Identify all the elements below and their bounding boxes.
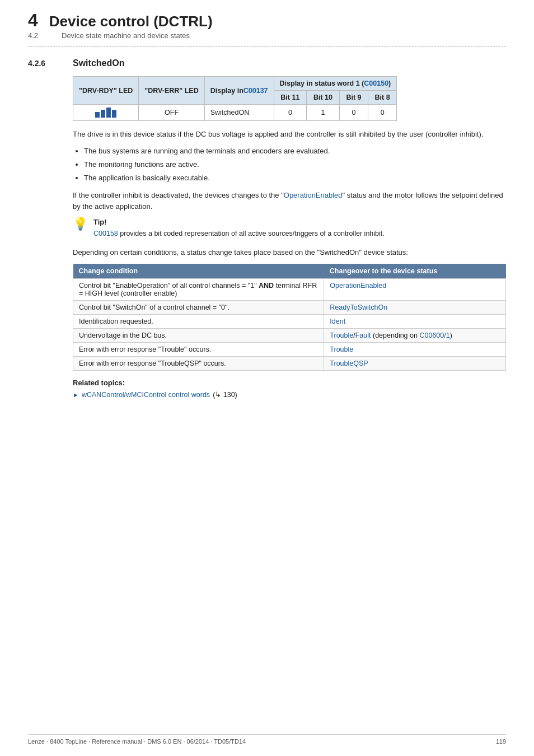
page-footer: Lenze · 8400 TopLine · Reference manual … <box>28 734 506 745</box>
td-bit10-val: 1 <box>307 105 340 121</box>
link-fault[interactable]: Fault <box>355 332 371 339</box>
th-bit8: Bit 8 <box>368 91 397 105</box>
td-condition-1: Control bit "EnableOperation" of all con… <box>73 279 324 301</box>
th-drv-err: "DRV-ERR" LED <box>139 77 204 105</box>
link-ident[interactable]: Ident <box>330 318 345 325</box>
link-operation-enabled[interactable]: OperationEnabled <box>284 191 343 199</box>
status-table: "DRV-RDY" LED "DRV-ERR" LED Display inC0… <box>73 76 397 121</box>
td-condition-3: Identification requested. <box>73 315 324 329</box>
link-trouble-qsp[interactable]: TroubleQSP <box>330 360 368 367</box>
link-c00158[interactable]: C00158 <box>93 230 118 237</box>
td-changeover-3: Ident <box>324 315 506 329</box>
led-bar-1 <box>95 112 100 118</box>
link-trouble[interactable]: Trouble <box>330 332 353 339</box>
status-table-wrapper: "DRV-RDY" LED "DRV-ERR" LED Display inC0… <box>73 76 506 121</box>
th-bit10: Bit 10 <box>307 91 340 105</box>
bold-and: AND <box>259 282 274 290</box>
list-item: The bus systems are running and the term… <box>84 146 506 157</box>
footer-page-number: 119 <box>496 738 506 745</box>
th-status-word: Display in status word 1 (C00150) <box>274 77 397 91</box>
link-trouble-2[interactable]: Trouble <box>330 346 353 353</box>
body-intro: The drive is in this device status if th… <box>73 129 506 140</box>
arrow-right-icon: ► <box>73 391 79 398</box>
th-drv-rdy: "DRV-RDY" LED <box>73 77 139 105</box>
change-table: Change condition Changeover to the devic… <box>73 264 506 371</box>
td-bit11-val: 0 <box>274 105 307 121</box>
td-changeover-2: ReadyToSwitchOn <box>324 301 506 315</box>
related-topics-title: Related topics: <box>73 379 506 387</box>
subchapter-line: 4.2 Device state machine and device stat… <box>28 31 506 40</box>
chapter-title: Device control (DCTRL) <box>49 13 213 30</box>
table-row: Control bit "EnableOperation" of all con… <box>73 279 506 301</box>
link-c00600[interactable]: C00600/1 <box>419 332 449 339</box>
tip-body-text: provides a bit coded representation of a… <box>118 230 385 237</box>
section-heading: 4.2.6 SwitchedOn <box>28 58 506 68</box>
td-condition-5: Error with error response "Trouble" occu… <box>73 343 324 357</box>
related-item-suffix: (↳ 130) <box>213 390 237 399</box>
bullet-list: The bus systems are running and the term… <box>84 146 506 184</box>
td-changeover-4: Trouble/Fault (depending on C00600/1) <box>324 329 506 343</box>
th-change-condition: Change condition <box>73 264 324 279</box>
th-bit9: Bit 9 <box>339 91 368 105</box>
td-changeover-5: Trouble <box>324 343 506 357</box>
section-divider <box>28 46 506 47</box>
th-bit11: Bit 11 <box>274 91 307 105</box>
td-changeover-6: TroubleQSP <box>324 357 506 371</box>
tip-content: Tip! C00158 provides a bit coded represe… <box>93 218 385 239</box>
led-bar-4 <box>112 110 116 118</box>
td-condition-6: Error with error response "TroubleQSP" o… <box>73 357 324 371</box>
chapter-number: 4 <box>28 11 38 29</box>
td-drv-rdy-led <box>73 105 139 121</box>
section-number: 4.2.6 <box>28 59 62 68</box>
led-bars-icon <box>79 108 133 118</box>
th-changeover: Changeover to the device status <box>324 264 506 279</box>
page-container: 4 Device control (DCTRL) 4.2 Device stat… <box>0 0 534 756</box>
chapter-header: 4 Device control (DCTRL) <box>28 11 506 30</box>
link-c00150[interactable]: C00150 <box>364 80 388 87</box>
table-row: Undervoltage in the DC bus. Trouble/Faul… <box>73 329 506 343</box>
tip-icon: 💡 <box>73 217 88 231</box>
td-drv-err-led: OFF <box>139 105 204 121</box>
controller-text-1: If the controller inhibit is deactivated… <box>73 191 284 199</box>
table-row: Error with error response "TroubleQSP" o… <box>73 357 506 371</box>
list-item: The application is basically executable. <box>84 172 506 184</box>
td-bit8-val: 0 <box>368 105 397 121</box>
tip-label: Tip! <box>93 218 385 226</box>
change-table-wrapper: Change condition Changeover to the devic… <box>73 264 506 371</box>
td-bit9-val: 0 <box>339 105 368 121</box>
th-display-c00137: Display inC00137 <box>204 77 274 105</box>
table-row: Error with error response "Trouble" occu… <box>73 343 506 357</box>
status-change-intro: Depending on certain conditions, a statu… <box>73 247 506 258</box>
link-c00137[interactable]: C00137 <box>243 87 268 95</box>
list-item: The monitoring functions are active. <box>84 159 506 170</box>
td-condition-2: Control bit "SwitchOn" of a control chan… <box>73 301 324 315</box>
related-topics: Related topics: ► wCANControl/wMCIContro… <box>73 379 506 399</box>
tip-box: 💡 Tip! C00158 provides a bit coded repre… <box>73 218 506 239</box>
link-ready-to-switch-on[interactable]: ReadyToSwitchOn <box>330 304 387 311</box>
link-wcan-control[interactable]: wCANControl/wMCIControl control words <box>82 391 210 399</box>
related-item: ► wCANControl/wMCIControl control words … <box>73 390 506 399</box>
subchapter-number: 4.2 <box>28 31 50 40</box>
subchapter-title: Device state machine and device states <box>62 31 190 40</box>
link-operation-enabled-2[interactable]: OperationEnabled <box>330 282 386 290</box>
td-condition-4: Undervoltage in the DC bus. <box>73 329 324 343</box>
led-bar-3 <box>106 108 111 118</box>
tip-text: C00158 provides a bit coded representati… <box>93 228 385 239</box>
table-row: Control bit "SwitchOn" of a control chan… <box>73 301 506 315</box>
section-title: SwitchedOn <box>73 58 124 68</box>
led-bar-2 <box>101 110 105 118</box>
footer-left: Lenze · 8400 TopLine · Reference manual … <box>28 738 246 745</box>
td-display-val: SwitchedON <box>204 105 274 121</box>
table-row: Identification requested. Ident <box>73 315 506 329</box>
controller-inhibit-text: If the controller inhibit is deactivated… <box>73 190 506 212</box>
td-changeover-1: OperationEnabled <box>324 279 506 301</box>
